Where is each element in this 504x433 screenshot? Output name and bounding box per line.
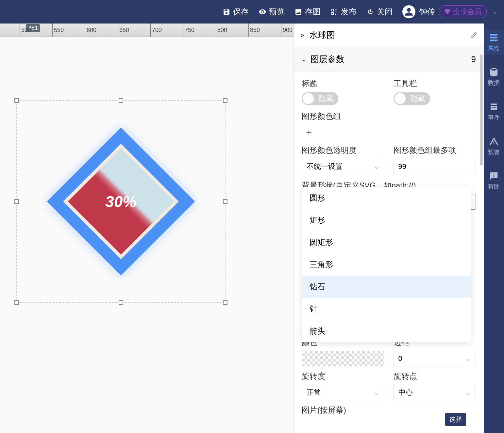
rotation-select[interactable]: 正常 ⌄ [302,385,384,400]
horizontal-ruler: 481 500 550 600 650 700 750 800 850 900 [0,24,294,37]
preview-button[interactable]: 预览 [259,7,285,17]
event-icon [489,102,499,112]
tab-event[interactable]: 事件 [484,99,504,124]
attributes-icon [489,33,499,42]
resize-handle[interactable] [14,300,19,305]
diamond-icon [444,8,451,15]
rotation-point-select[interactable]: 中心 ⌄ [394,385,476,400]
right-tabbar: 属性 数据 事件 预警 帮助 [484,24,504,433]
color-picker[interactable] [302,351,384,366]
resize-handle[interactable] [14,98,19,103]
chevron-down-icon: ⌄ [465,388,471,397]
save-icon [223,8,230,16]
select-image-button[interactable]: 选择 [445,413,466,426]
top-toolbar: 保存 预览 存图 发布 关闭 钟传 企业会员 ⌄ [0,0,504,24]
publish-button[interactable]: 发布 [330,7,357,17]
dropdown-option[interactable]: 矩形 [302,209,471,231]
bg-shape-dropdown: 圆形 矩形 圆矩形 三角形 钻石 针 箭头 [302,187,471,342]
close-button[interactable]: 关闭 [366,7,393,17]
label-color-group: 图形颜色组 [302,111,476,121]
qr-icon [330,8,338,16]
add-color-button[interactable]: ＋ [302,125,316,139]
image-export-icon [294,8,302,16]
save-button[interactable]: 保存 [223,7,249,17]
dropdown-option[interactable]: 箭头 [302,320,471,342]
chevron-down-icon: ⌄ [374,162,379,171]
max-items-input[interactable]: 99 [394,159,476,174]
tab-attributes[interactable]: 属性 [484,30,504,55]
dropdown-option[interactable]: 圆矩形 [302,231,471,253]
help-icon [489,171,499,181]
opacity-select[interactable]: 不统一设置 ⌄ [302,159,384,174]
dropdown-option[interactable]: 三角形 [302,253,471,276]
resize-handle[interactable] [119,300,123,305]
avatar[interactable] [402,5,415,18]
resize-handle[interactable] [14,199,19,204]
chevron-down-icon[interactable]: ⌄ [493,8,497,15]
selection-box[interactable]: 30% [16,100,226,303]
tab-help[interactable]: 帮助 [484,168,504,193]
dropdown-option[interactable]: 针 [302,298,471,320]
username: 钟传 [419,7,435,17]
label-max-items: 图形颜色组最多项 [394,145,476,155]
edit-icon[interactable] [470,32,477,39]
user-icon [404,7,413,16]
section-count: 9 [471,54,476,64]
label-rotation: 旋转度 [302,371,384,381]
toolbar-toggle[interactable]: 隐藏 [394,92,430,105]
chart-value-label: 30% [105,193,137,211]
label-opacity: 图形颜色透明度 [302,145,384,155]
resize-handle[interactable] [119,98,123,103]
section-layer-params[interactable]: ⌄ 图层参数 9 [294,47,484,72]
database-icon [489,67,499,77]
resize-handle[interactable] [223,300,227,305]
chevron-down-icon: ⌄ [374,388,379,397]
power-icon [366,8,374,16]
resize-handle[interactable] [223,199,227,204]
membership-badge[interactable]: 企业会员 [439,5,487,18]
export-image-button[interactable]: 存图 [294,7,321,17]
collapse-panel-button[interactable]: » [300,31,304,40]
tab-alert[interactable]: 预警 [484,134,504,159]
scrollbar[interactable] [480,55,483,166]
canvas-area[interactable]: 481 500 550 600 650 700 750 800 850 900 [0,24,294,433]
panel-title: 水球图 [310,29,465,41]
dropdown-option[interactable]: 圆形 [302,187,471,209]
chevron-down-icon: ⌄ [302,56,307,63]
border-select[interactable]: 0 ⌄ [394,351,476,366]
resize-handle[interactable] [223,98,227,103]
tab-data[interactable]: 数据 [484,65,504,89]
properties-panel: » 水球图 ⌄ 图层参数 9 标题 隐藏 工具栏 [294,24,484,433]
dropdown-option[interactable]: 钻石 [302,276,471,298]
alert-icon [489,136,499,146]
label-title: 标题 [302,78,384,89]
eye-icon [259,8,266,16]
title-toggle[interactable]: 隐藏 [302,92,338,105]
label-toolbar: 工具栏 [394,78,476,89]
chevron-down-icon: ⌄ [465,354,471,363]
label-rotation-point: 旋转点 [394,371,476,381]
